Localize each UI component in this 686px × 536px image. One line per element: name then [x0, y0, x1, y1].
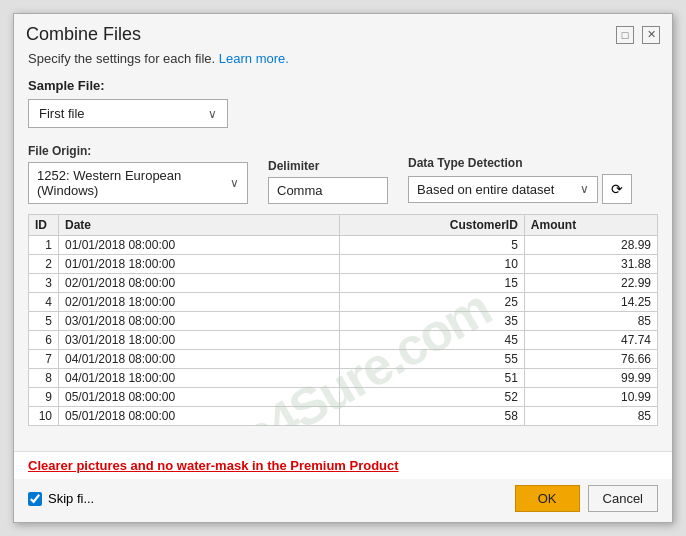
col-header-date: Date [59, 215, 340, 236]
ok-button[interactable]: OK [515, 485, 580, 512]
table-row: 402/01/2018 18:00:002514.25 [29, 293, 658, 312]
table-cell: 01/01/2018 08:00:00 [59, 236, 340, 255]
table-row: 704/01/2018 08:00:005576.66 [29, 350, 658, 369]
table-cell: 55 [339, 350, 524, 369]
refresh-icon: ⟳ [611, 181, 623, 197]
table-cell: 25 [339, 293, 524, 312]
dialog-body: Specify the settings for each file. Lear… [14, 51, 672, 451]
data-type-label: Data Type Detection [408, 156, 632, 170]
footer-buttons: OK Cancel [515, 485, 658, 512]
file-origin-group: File Origin: 1252: Western European (Win… [28, 144, 248, 204]
table-cell: 76.66 [524, 350, 657, 369]
file-origin-arrow: ∨ [230, 176, 239, 190]
table-row: 905/01/2018 08:00:005210.99 [29, 388, 658, 407]
file-origin-label: File Origin: [28, 144, 248, 158]
data-table-container: Pass4Sure.com ID Date CustomerID Amount … [28, 214, 658, 426]
options-row: File Origin: 1252: Western European (Win… [28, 144, 658, 204]
table-cell: 52 [339, 388, 524, 407]
learn-more-link[interactable]: Learn more. [219, 51, 289, 66]
sample-file-dropdown[interactable]: First file ∨ [28, 99, 228, 128]
table-cell: 35 [339, 312, 524, 331]
table-cell: 10 [339, 255, 524, 274]
table-cell: 51 [339, 369, 524, 388]
sample-file-label: Sample File: [28, 78, 658, 93]
delimiter-value: Comma [277, 183, 323, 198]
table-cell: 05/01/2018 08:00:00 [59, 388, 340, 407]
dialog-title: Combine Files [26, 24, 141, 45]
table-cell: 05/01/2018 08:00:00 [59, 407, 340, 426]
table-cell: 85 [524, 407, 657, 426]
skip-row: Skip fi... [28, 491, 94, 506]
sample-file-arrow: ∨ [208, 107, 217, 121]
table-cell: 15 [339, 274, 524, 293]
table-cell: 4 [29, 293, 59, 312]
footer-row: Skip fi... OK Cancel [14, 479, 672, 522]
skip-checkbox[interactable] [28, 492, 42, 506]
description-text: Specify the settings for each file. [28, 51, 215, 66]
minimize-button[interactable]: □ [616, 26, 634, 44]
file-origin-dropdown[interactable]: 1252: Western European (Windows) ∨ [28, 162, 248, 204]
table-row: 1005/01/2018 08:00:005885 [29, 407, 658, 426]
table-cell: 10 [29, 407, 59, 426]
sample-file-value: First file [39, 106, 85, 121]
data-table: ID Date CustomerID Amount 101/01/2018 08… [28, 214, 658, 426]
window-controls: □ ✕ [616, 26, 660, 44]
table-cell: 14.25 [524, 293, 657, 312]
combine-files-dialog: Combine Files □ ✕ Specify the settings f… [13, 13, 673, 523]
delimiter-label: Delimiter [268, 159, 388, 173]
table-cell: 01/01/2018 18:00:00 [59, 255, 340, 274]
skip-label: Skip fi... [48, 491, 94, 506]
table-cell: 2 [29, 255, 59, 274]
close-button[interactable]: ✕ [642, 26, 660, 44]
table-cell: 02/01/2018 08:00:00 [59, 274, 340, 293]
promo-bar: Clearer pictures and no water-mask in th… [14, 451, 672, 479]
table-header-row: ID Date CustomerID Amount [29, 215, 658, 236]
table-cell: 1 [29, 236, 59, 255]
table-cell: 45 [339, 331, 524, 350]
data-type-value: Based on entire dataset [417, 182, 554, 197]
file-origin-value: 1252: Western European (Windows) [37, 168, 224, 198]
table-cell: 85 [524, 312, 657, 331]
table-cell: 99.99 [524, 369, 657, 388]
data-type-dropdown[interactable]: Based on entire dataset ∨ [408, 176, 598, 203]
table-cell: 03/01/2018 08:00:00 [59, 312, 340, 331]
cancel-button[interactable]: Cancel [588, 485, 658, 512]
table-row: 804/01/2018 18:00:005199.99 [29, 369, 658, 388]
table-row: 201/01/2018 18:00:001031.88 [29, 255, 658, 274]
table-cell: 7 [29, 350, 59, 369]
table-row: 503/01/2018 08:00:003585 [29, 312, 658, 331]
table-cell: 47.74 [524, 331, 657, 350]
refresh-button[interactable]: ⟳ [602, 174, 632, 204]
table-cell: 9 [29, 388, 59, 407]
delimiter-group: Delimiter Comma [268, 159, 388, 204]
table-cell: 3 [29, 274, 59, 293]
table-cell: 8 [29, 369, 59, 388]
table-cell: 04/01/2018 18:00:00 [59, 369, 340, 388]
table-cell: 6 [29, 331, 59, 350]
description-row: Specify the settings for each file. Lear… [28, 51, 658, 66]
promo-text: Clearer pictures and no water-mask in th… [28, 458, 399, 473]
table-cell: 58 [339, 407, 524, 426]
data-type-group: Data Type Detection Based on entire data… [408, 156, 632, 204]
table-cell: 04/01/2018 08:00:00 [59, 350, 340, 369]
table-cell: 22.99 [524, 274, 657, 293]
title-bar: Combine Files □ ✕ [14, 14, 672, 51]
col-header-id: ID [29, 215, 59, 236]
table-cell: 5 [339, 236, 524, 255]
table-cell: 31.88 [524, 255, 657, 274]
table-cell: 02/01/2018 18:00:00 [59, 293, 340, 312]
table-cell: 10.99 [524, 388, 657, 407]
table-cell: 5 [29, 312, 59, 331]
col-header-customerid: CustomerID [339, 215, 524, 236]
table-cell: 03/01/2018 18:00:00 [59, 331, 340, 350]
table-row: 302/01/2018 08:00:001522.99 [29, 274, 658, 293]
col-header-amount: Amount [524, 215, 657, 236]
data-type-arrow: ∨ [580, 182, 589, 196]
table-row: 603/01/2018 18:00:004547.74 [29, 331, 658, 350]
table-row: 101/01/2018 08:00:00528.99 [29, 236, 658, 255]
delimiter-dropdown[interactable]: Comma [268, 177, 388, 204]
table-cell: 28.99 [524, 236, 657, 255]
